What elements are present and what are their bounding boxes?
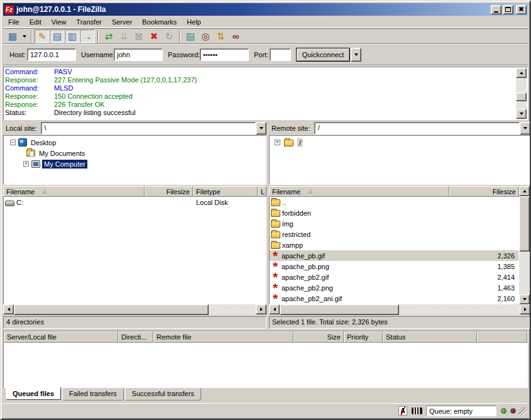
close-button[interactable]: ✖ xyxy=(516,5,527,14)
process-queue-button[interactable]: ⇊ xyxy=(116,30,131,43)
tree-item-my-computer[interactable]: + My Computer xyxy=(4,158,266,169)
column-header-status[interactable]: Status xyxy=(383,331,477,343)
message-log[interactable]: Command:PASV Response:227 Entering Passi… xyxy=(3,67,528,120)
expand-icon[interactable]: + xyxy=(23,161,29,167)
menu-server[interactable]: Server xyxy=(107,17,137,27)
local-file-list: C: Local Disk xyxy=(3,197,266,304)
tree-item-label[interactable]: Desktop xyxy=(29,138,58,147)
column-header-direction[interactable]: Directi... xyxy=(118,331,153,343)
site-manager-dropdown[interactable] xyxy=(20,30,28,43)
scroll-down-button[interactable] xyxy=(519,294,530,304)
tree-item-label[interactable]: My Documents xyxy=(37,149,87,158)
port-input[interactable] xyxy=(270,48,291,61)
tree-item-root[interactable]: + / xyxy=(270,137,530,148)
toggle-message-log-button[interactable]: ✎ xyxy=(35,30,50,43)
synchronized-browsing-button[interactable]: ⇅ xyxy=(213,30,228,43)
remote-file-row[interactable]: img xyxy=(270,218,518,229)
menu-bookmarks[interactable]: Bookmarks xyxy=(137,17,182,27)
scroll-right-button[interactable] xyxy=(256,304,266,314)
menu-file[interactable]: File xyxy=(3,17,25,27)
resize-grip[interactable] xyxy=(518,407,527,416)
expand-icon[interactable]: + xyxy=(275,140,280,145)
column-header-size[interactable]: Size xyxy=(293,331,344,343)
tree-item-my-documents[interactable]: My Documents xyxy=(4,148,266,158)
menu-help[interactable]: Help xyxy=(182,17,206,27)
cancel-operation-button[interactable]: ⊠ xyxy=(131,30,146,43)
scroll-right-button[interactable] xyxy=(520,304,530,314)
transfer-type-icon[interactable]: A xyxy=(398,406,407,416)
quickconnect-button[interactable]: Quickconnect xyxy=(296,48,350,62)
scroll-left-button[interactable] xyxy=(3,304,14,314)
refresh-button[interactable]: ⇄ xyxy=(101,30,116,43)
local-hscrollbar[interactable] xyxy=(3,304,266,315)
scroll-thumb[interactable] xyxy=(519,196,530,251)
remote-hscrollbar[interactable] xyxy=(269,304,530,315)
column-header-last-modified[interactable]: L xyxy=(258,186,266,197)
remote-file-row[interactable]: *apache_pb2.gif 2,414 xyxy=(270,272,518,282)
toggle-local-tree-button[interactable]: ▤ xyxy=(50,30,65,43)
tree-item-label[interactable]: My Computer xyxy=(42,160,87,169)
log-line: Response:150 Connection accepted xyxy=(5,92,526,101)
scroll-up-button[interactable] xyxy=(519,186,530,196)
scroll-thumb[interactable] xyxy=(14,304,209,315)
menu-edit[interactable]: Edit xyxy=(25,17,47,27)
quickconnect-dropdown[interactable] xyxy=(351,48,361,62)
scroll-thumb[interactable] xyxy=(280,304,399,315)
collapse-icon[interactable]: − xyxy=(10,140,16,145)
disconnect-button[interactable]: ✖ xyxy=(146,30,161,43)
speed-limit-icon[interactable] xyxy=(412,407,422,414)
scroll-thumb[interactable] xyxy=(516,92,527,101)
log-scrollbar[interactable] xyxy=(516,68,527,119)
compare-directories-button[interactable]: ◎ xyxy=(198,30,213,43)
remote-file-row[interactable]: *apache_pb.png 1,385 xyxy=(270,261,518,272)
filter-button[interactable]: ▤ xyxy=(183,30,198,43)
remote-file-row[interactable]: *apache_pb2.png 1,463 xyxy=(270,282,518,293)
maximize-button[interactable] xyxy=(503,5,513,14)
remote-file-row[interactable]: forbidden xyxy=(270,207,518,218)
column-header-filename[interactable]: Filename xyxy=(3,186,145,197)
column-header-remote-file[interactable]: Remote file xyxy=(153,331,293,343)
remote-file-row[interactable]: xampp xyxy=(270,240,518,250)
remote-site-combo[interactable]: / xyxy=(314,122,530,135)
local-file-row[interactable]: C: Local Disk xyxy=(4,197,266,207)
local-site-combo[interactable]: \ xyxy=(41,122,266,135)
remote-file-row[interactable]: .. xyxy=(270,197,518,207)
host-input[interactable]: 127.0.0.1 xyxy=(27,48,76,61)
username-input[interactable]: john xyxy=(114,48,163,61)
scroll-down-button[interactable] xyxy=(516,109,527,119)
minimize-button[interactable] xyxy=(491,5,501,14)
remote-file-row-selected[interactable]: *apache_pb.gif 2,326 xyxy=(270,250,518,261)
column-header-priority[interactable]: Priority xyxy=(344,331,383,343)
remote-site-value[interactable]: / xyxy=(314,122,520,135)
menu-view[interactable]: View xyxy=(47,17,72,27)
tab-successful-transfers[interactable]: Successful transfers xyxy=(125,388,201,401)
scroll-track[interactable] xyxy=(209,304,256,315)
password-input[interactable]: •••••• xyxy=(200,48,249,61)
local-site-value[interactable]: \ xyxy=(41,122,256,135)
column-header-server-local-file[interactable]: Server/Local file xyxy=(4,331,118,343)
remote-file-row[interactable]: restricted xyxy=(270,229,518,240)
site-manager-button[interactable]: ▦ xyxy=(5,30,20,43)
reconnect-button[interactable]: ↻ xyxy=(161,30,177,43)
host-label: Host: xyxy=(9,51,26,58)
column-header-filename[interactable]: Filename xyxy=(269,186,449,197)
tab-queued-files[interactable]: Queued files xyxy=(6,387,61,400)
tab-failed-transfers[interactable]: Failed transfers xyxy=(62,388,124,401)
scroll-track[interactable] xyxy=(399,304,520,315)
scroll-left-button[interactable] xyxy=(269,304,280,314)
filesize: 1,385 xyxy=(450,263,518,270)
remote-vscrollbar[interactable] xyxy=(519,186,530,304)
column-header-filesize[interactable]: Filesize xyxy=(145,186,193,197)
tree-item-label[interactable]: / xyxy=(297,138,303,147)
remote-file-row[interactable]: *apache_pb2_ani.gif 2,160 xyxy=(270,293,518,304)
remote-site-dropdown[interactable] xyxy=(520,122,530,135)
tree-item-desktop[interactable]: − Desktop xyxy=(4,137,266,148)
column-header-filetype[interactable]: Filetype xyxy=(193,186,258,197)
toggle-remote-tree-button[interactable]: ▥ xyxy=(65,30,80,43)
toggle-queue-button[interactable]: → xyxy=(80,30,95,43)
column-header-filesize[interactable]: Filesize xyxy=(449,186,519,197)
find-files-button[interactable]: ∞ xyxy=(228,30,243,43)
menu-transfer[interactable]: Transfer xyxy=(71,17,107,27)
scroll-up-button[interactable] xyxy=(516,68,527,78)
local-site-dropdown[interactable] xyxy=(256,122,266,135)
